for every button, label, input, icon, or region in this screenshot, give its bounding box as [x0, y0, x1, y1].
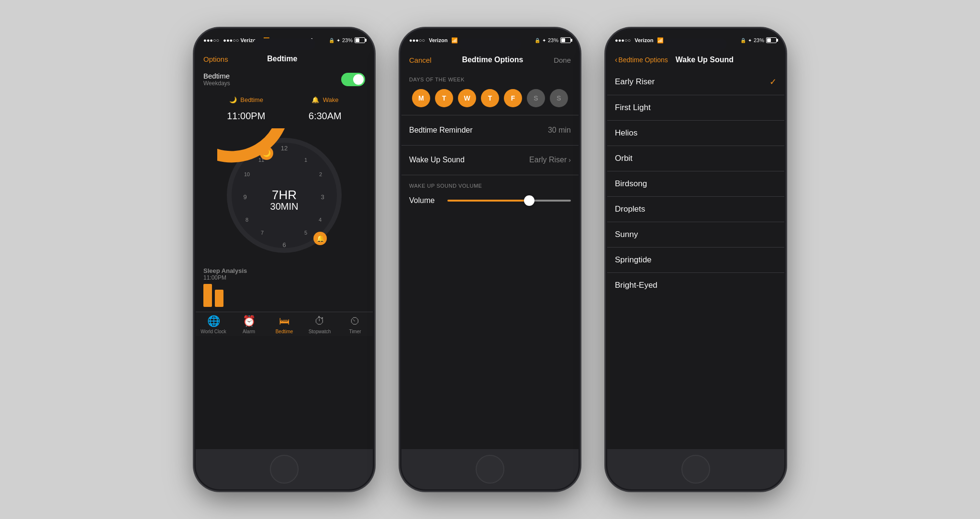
- day-sun[interactable]: S: [550, 89, 568, 107]
- options-btn[interactable]: Options: [203, 55, 228, 63]
- sleep-bar-1: [203, 284, 212, 307]
- screen-3: ‹ Bedtime Options Wake Up Sound Early Ri…: [607, 51, 784, 449]
- wakeup-sound-title: Wake Up Sound: [676, 56, 734, 64]
- screen-2: Cancel Bedtime Options Done DAYS OF THE …: [401, 51, 579, 449]
- sleep-analysis-time: 11:00PM: [203, 274, 365, 281]
- sound-item-springtide[interactable]: Springtide: [607, 248, 784, 273]
- sound-item-orbit[interactable]: Orbit: [607, 146, 784, 171]
- wake-up-sound-row[interactable]: Wake Up Sound Early Riser ›: [401, 149, 579, 171]
- signal-icon-3: ●●●○○: [615, 37, 631, 43]
- battery-icon-3: [766, 37, 777, 43]
- screen-1: Options Bedtime Bedtime Weekdays 🌙 Bedti…: [196, 51, 373, 449]
- battery-text-1: 23%: [342, 37, 353, 43]
- status-icons-1: 🔒 ✦ 23%: [329, 37, 365, 43]
- tab-timer[interactable]: ⏲ Timer: [337, 315, 373, 334]
- sound-name-helios: Helios: [615, 128, 637, 138]
- bedtime-clock-label: 🌙 Bedtime: [227, 96, 265, 103]
- volume-label: Volume: [409, 196, 443, 205]
- tab-bedtime[interactable]: 🛏 Bedtime: [267, 315, 302, 334]
- back-chevron-icon: ‹: [615, 56, 617, 64]
- world-clock-icon: 🌐: [207, 315, 220, 327]
- bedtime-icon: 🛏: [279, 315, 290, 327]
- clock-svg: 12 3 6 9 1 2 4 5 7 8 10 11 7HR 30MIN: [217, 128, 351, 262]
- status-bar-2: ●●●○○ Verizon 📶 11:00 PM 🔒 ✦ 23%: [401, 30, 579, 51]
- svg-text:1: 1: [304, 157, 307, 163]
- back-btn[interactable]: ‹ Bedtime Options: [615, 56, 668, 64]
- back-label: Bedtime Options: [618, 56, 668, 64]
- svg-text:7HR: 7HR: [272, 188, 297, 202]
- timer-icon: ⏲: [350, 315, 360, 327]
- bedtime-clock-time: 11:00PM: [227, 103, 265, 124]
- bedtime-toggle-labels: Bedtime Weekdays: [203, 72, 230, 87]
- battery-text-3: 23%: [754, 37, 764, 43]
- wake-up-sound-value: Early Riser ›: [529, 156, 571, 164]
- clock-circle[interactable]: 12 3 6 9 1 2 4 5 7 8 10 11 7HR 30MIN: [217, 128, 351, 262]
- svg-text:8: 8: [245, 217, 248, 223]
- bedtime-reminder-row[interactable]: Bedtime Reminder 30 min: [401, 119, 579, 141]
- status-icons-2: 🔒 ✦ 23%: [535, 37, 571, 43]
- sound-list: Early Riser ✓ First Light Helios Orbit B…: [607, 69, 784, 298]
- alarm-label: Alarm: [243, 329, 255, 334]
- bedtime-clock: 🌙 Bedtime 11:00PM: [227, 96, 265, 124]
- sound-name-orbit: Orbit: [615, 154, 633, 163]
- bedtime-toggle-row: Bedtime Weekdays: [196, 67, 373, 91]
- bedtime-sublabel: Weekdays: [203, 80, 230, 87]
- battery-text-2: 23%: [548, 37, 558, 43]
- wake-up-sound-label: Wake Up Sound: [409, 156, 465, 164]
- wake-clock-label: 🔔 Wake: [309, 96, 342, 103]
- days-row: M T W T F S S: [401, 85, 579, 111]
- phone-2: ●●●○○ Verizon 📶 11:00 PM 🔒 ✦ 23% Cancel …: [401, 30, 579, 489]
- sound-name-bright-eyed: Bright-Eyed: [615, 281, 657, 290]
- day-thu[interactable]: T: [481, 89, 499, 107]
- status-bar-3: ●●●○○ Verizon 📶 11:00 PM 🔒 ✦ 23%: [607, 30, 784, 51]
- wakeup-header: ‹ Bedtime Options Wake Up Sound: [607, 51, 784, 69]
- wake-clock-time: 6:30AM: [309, 103, 342, 124]
- done-btn[interactable]: Done: [554, 56, 571, 64]
- status-carrier-1: ●●●○○ ●●●○○ Verizon 📶: [203, 37, 270, 44]
- checkmark-icon-early-riser: ✓: [769, 77, 777, 87]
- sound-name-springtide: Springtide: [615, 255, 652, 265]
- sound-item-helios[interactable]: Helios: [607, 121, 784, 146]
- sound-item-birdsong[interactable]: Birdsong: [607, 171, 784, 197]
- wifi-icon-3: 📶: [657, 37, 664, 44]
- timer-label: Timer: [349, 329, 361, 334]
- home-button-3[interactable]: [681, 455, 710, 484]
- sound-item-early-riser[interactable]: Early Riser ✓: [607, 69, 784, 95]
- tab-world-clock[interactable]: 🌐 World Clock: [196, 315, 231, 334]
- status-carrier-2: ●●●○○ Verizon 📶: [409, 37, 458, 44]
- volume-slider[interactable]: [447, 200, 571, 202]
- day-tue[interactable]: T: [435, 89, 453, 107]
- svg-text:🌙: 🌙: [263, 149, 271, 158]
- stopwatch-label: Stopwatch: [309, 329, 331, 334]
- volume-slider-thumb[interactable]: [524, 195, 535, 206]
- lock-icon-3: 🔒: [740, 38, 746, 43]
- phone-3: ●●●○○ Verizon 📶 11:00 PM 🔒 ✦ 23% ‹ Bedti…: [607, 30, 784, 489]
- sound-name-droplets: Droplets: [615, 204, 645, 214]
- lock-icon-2: 🔒: [535, 38, 540, 43]
- tab-alarm[interactable]: ⏰ Alarm: [231, 315, 267, 334]
- alarm-icon: ⏰: [243, 315, 256, 327]
- day-wed[interactable]: W: [458, 89, 476, 107]
- volume-section: WAKE UP SOUND VOLUME Volume: [401, 179, 579, 209]
- day-fri[interactable]: F: [504, 89, 522, 107]
- home-button-2[interactable]: [476, 455, 504, 484]
- status-time-2: 11:00 PM: [483, 37, 510, 44]
- home-button-1[interactable]: [270, 455, 299, 484]
- bedtime-toggle[interactable]: [341, 73, 365, 86]
- sound-name-sunny: Sunny: [615, 230, 638, 239]
- day-mon[interactable]: M: [412, 89, 430, 107]
- sound-item-first-light[interactable]: First Light: [607, 95, 784, 121]
- svg-text:3: 3: [321, 193, 324, 201]
- sound-item-droplets[interactable]: Droplets: [607, 197, 784, 222]
- sound-item-sunny[interactable]: Sunny: [607, 222, 784, 248]
- sound-item-bright-eyed[interactable]: Bright-Eyed: [607, 273, 784, 298]
- day-sat[interactable]: S: [527, 89, 545, 107]
- stopwatch-icon: ⏱: [314, 315, 325, 327]
- tab-stopwatch[interactable]: ⏱ Stopwatch: [302, 315, 337, 334]
- bluetooth-icon-1: ✦: [336, 38, 340, 43]
- reminder-value: 30 min: [548, 126, 571, 135]
- sleep-bar-2: [215, 290, 223, 307]
- cancel-btn[interactable]: Cancel: [409, 56, 432, 64]
- status-icons-3: 🔒 ✦ 23%: [740, 37, 777, 43]
- sleep-bars: [203, 284, 365, 307]
